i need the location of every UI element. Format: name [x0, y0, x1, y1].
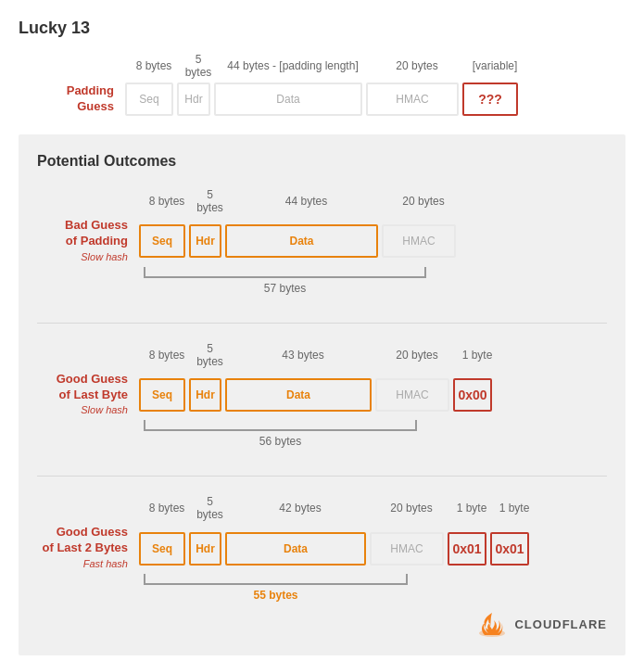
cloudflare-flame-icon	[475, 611, 509, 637]
o1-hmac: HMAC	[382, 224, 456, 258]
page-title: Lucky 13	[19, 19, 625, 38]
o3-byte2: 0x01	[490, 532, 529, 566]
outcome3-byte-labels: 8 bytes 5 bytes 42 bytes 20 bytes 1 byte…	[144, 495, 607, 521]
outcome2-label: Good Guessof Last Byte Slow hash	[37, 372, 139, 419]
top-label-hdr: 5 bytes	[182, 53, 215, 79]
outcome2-brace-label: 56 bytes	[144, 435, 417, 448]
top-label-seq: 8 bytes	[130, 59, 178, 72]
cloudflare-logo: CLOUDFLARE	[37, 611, 607, 637]
top-row: PaddingGuess Seq Hdr Data HMAC ???	[19, 83, 625, 116]
o3-hdr: Hdr	[189, 532, 221, 566]
o3-hmac: HMAC	[370, 532, 444, 566]
top-label-var: [variable]	[467, 59, 523, 72]
outcome-block-1: 8 bytes 5 bytes 44 bytes 20 bytes Bad Gu…	[37, 188, 607, 295]
top-label-data: 44 bytes - [padding length]	[219, 59, 367, 72]
field-var: ???	[462, 83, 518, 116]
top-byte-labels: 8 bytes 5 bytes 44 bytes - [padding leng…	[130, 53, 625, 79]
field-hdr: Hdr	[177, 83, 210, 116]
sep1	[37, 323, 607, 324]
outcome-block-2: 8 bytes 5 bytes 43 bytes 20 bytes 1 byte…	[37, 342, 607, 449]
top-label-hmac: 20 bytes	[371, 59, 463, 72]
outcomes-section: Potential Outcomes 8 bytes 5 bytes 44 by…	[19, 134, 625, 655]
outcome1-brace-label: 57 bytes	[144, 282, 426, 295]
top-fields: Seq Hdr Data HMAC ???	[125, 83, 518, 116]
o2-data: Data	[225, 378, 372, 412]
outcome2-fields: Seq Hdr Data HMAC 0x00	[139, 378, 492, 412]
outcome1-fields: Seq Hdr Data HMAC	[139, 224, 456, 258]
outcome3-brace-label: 55 bytes	[144, 589, 408, 602]
o2-hdr: Hdr	[189, 378, 221, 412]
o2-byte: 0x00	[453, 378, 492, 412]
top-row-label: PaddingGuess	[19, 83, 125, 115]
o3-seq: Seq	[139, 532, 185, 566]
outcome3-brace: 55 bytes	[144, 574, 607, 602]
outcome3-fields: Seq Hdr Data HMAC 0x01 0x01	[139, 532, 529, 566]
outcome1-brace: 57 bytes	[144, 267, 607, 295]
field-hmac: HMAC	[366, 83, 459, 116]
o1-hdr: Hdr	[189, 224, 221, 258]
o2-seq: Seq	[139, 378, 185, 412]
outcome3-label: Good Guessof Last 2 Bytes Fast hash	[37, 525, 139, 572]
field-data: Data	[214, 83, 362, 116]
outcome2-byte-labels: 8 bytes 5 bytes 43 bytes 20 bytes 1 byte	[144, 342, 607, 368]
o1-seq: Seq	[139, 224, 185, 258]
outcome2-brace: 56 bytes	[144, 420, 607, 448]
o3-byte1: 0x01	[448, 532, 486, 566]
o2-hmac: HMAC	[375, 378, 449, 412]
outcome1-byte-labels: 8 bytes 5 bytes 44 bytes 20 bytes	[144, 188, 607, 214]
outcomes-title: Potential Outcomes	[37, 153, 607, 170]
outcome1-row: Bad Guessof Padding Slow hash Seq Hdr Da…	[37, 218, 607, 265]
field-seq: Seq	[125, 83, 173, 116]
outcome1-label: Bad Guessof Padding Slow hash	[37, 218, 139, 265]
outcome3-row: Good Guessof Last 2 Bytes Fast hash Seq …	[37, 525, 607, 572]
outcome2-row: Good Guessof Last Byte Slow hash Seq Hdr…	[37, 372, 607, 419]
o1-data: Data	[225, 224, 378, 258]
cloudflare-text: CLOUDFLARE	[514, 617, 607, 631]
sep2	[37, 476, 607, 477]
top-section: 8 bytes 5 bytes 44 bytes - [padding leng…	[19, 53, 625, 116]
outcome-block-3: 8 bytes 5 bytes 42 bytes 20 bytes 1 byte…	[37, 495, 607, 637]
o3-data: Data	[225, 532, 366, 566]
